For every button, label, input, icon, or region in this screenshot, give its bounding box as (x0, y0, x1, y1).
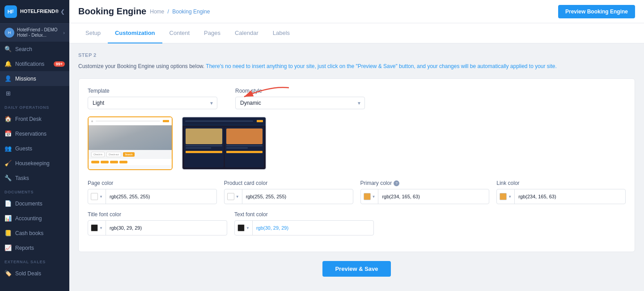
title-font-color-dropdown-icon: ▼ (99, 226, 103, 230)
sidebar-item-search[interactable]: 🔍 Search (0, 42, 69, 56)
product-card-color-swatch-wrap[interactable]: ▼ (225, 189, 242, 204)
section-daily-operations: DAILY OPERATIONS (0, 101, 69, 111)
missions-icon: 👤 (4, 75, 12, 82)
sidebar-item-guests[interactable]: 👥 Guests (0, 141, 69, 156)
tab-labels[interactable]: Labels (266, 23, 297, 43)
bell-icon: 🔔 (4, 60, 12, 67)
title-font-color-value[interactable] (106, 225, 227, 231)
breadcrumb-current: Booking Engine (172, 9, 210, 15)
link-color-group: Link color ▼ (496, 180, 626, 204)
product-card-color-group: Product card color ▼ (224, 180, 353, 204)
text-font-color-swatch-wrap[interactable]: ▼ (235, 221, 253, 235)
sidebar-item-front-desk[interactable]: 🏠 Front Desk (0, 111, 69, 126)
save-section: Preview & Save (78, 252, 635, 281)
avatar: H (4, 28, 14, 38)
text-font-color-group: Text font color ▼ (234, 211, 374, 235)
template-preview-light[interactable]: Check-in Check-out Search (88, 116, 173, 170)
text-font-color-input-row: ▼ (234, 220, 374, 235)
primary-color-label: Primary color ? (360, 180, 490, 186)
breadcrumb-home[interactable]: Home (150, 9, 164, 15)
template-select-wrapper: Light Dark ▼ (88, 97, 217, 109)
sidebar-item-reports[interactable]: 📈 Reports (0, 240, 69, 255)
sidebar-item-cash-books[interactable]: 📒 Cash books (0, 226, 69, 240)
primary-color-help-icon[interactable]: ? (394, 180, 399, 186)
tab-calendar[interactable]: Calendar (228, 23, 266, 43)
sidebar: HF HOTELFRIEND® ❮ H HotelFriend - DEMO H… (0, 0, 69, 291)
product-card-color-value[interactable] (242, 194, 353, 199)
page-color-swatch-wrap[interactable]: ▼ (88, 189, 106, 204)
text-font-color-label: Text font color (234, 211, 374, 218)
tab-setup[interactable]: Setup (78, 23, 108, 43)
title-font-color-input-row: ▼ (88, 220, 227, 235)
main-content: Booking Engine Home / Booking Engine Pre… (69, 0, 644, 291)
link-color-swatch-wrap[interactable]: ▼ (497, 189, 515, 204)
tab-customization[interactable]: Customization (108, 23, 162, 43)
preview-nav-dot (91, 120, 93, 122)
cash-books-icon: 📒 (4, 230, 12, 236)
notifications-badge: 99+ (54, 61, 65, 67)
sidebar-item-accounting[interactable]: 📊 Accounting (0, 211, 69, 226)
primary-color-swatch-wrap[interactable]: ▼ (361, 189, 379, 204)
product-card-color-swatch (227, 193, 234, 200)
sidebar-item-label: Reservations (15, 131, 47, 137)
room-style-label: Room style (235, 88, 365, 94)
product-card-color-input-row: ▼ (224, 189, 353, 204)
breadcrumb: Home / Booking Engine (150, 9, 210, 15)
primary-color-input-row: ▼ (360, 189, 490, 204)
sidebar-item-label: Notifications (15, 61, 44, 67)
housekeeping-icon: 🧹 (4, 160, 12, 167)
sidebar-item-label: Tasks (15, 175, 29, 181)
sidebar-item-reservations[interactable]: 📅 Reservations (0, 126, 69, 141)
sidebar-item-tasks[interactable]: 🔧 Tasks (0, 171, 69, 185)
title-font-color-swatch (91, 224, 98, 231)
tab-pages[interactable]: Pages (197, 23, 228, 43)
logo-icon: HF (4, 5, 17, 18)
sidebar-item-label: Search (15, 46, 32, 52)
sidebar-item-label: Housekeeping (15, 160, 50, 167)
page-color-swatch (91, 193, 98, 200)
step-label: STEP 2 (78, 52, 635, 58)
template-preview-dark[interactable] (182, 116, 267, 170)
preview-save-button[interactable]: Preview & Save (322, 261, 390, 277)
sidebar-item-missions[interactable]: 👤 Missions (0, 71, 69, 86)
template-label: Template (88, 88, 217, 94)
page-title: Booking Engine (78, 6, 146, 17)
sidebar-item-dashboard[interactable]: ⊞ (0, 86, 69, 101)
sidebar-item-housekeeping[interactable]: 🧹 Housekeeping (0, 156, 69, 171)
template-select[interactable]: Light Dark (88, 97, 217, 109)
sidebar-item-sold-deals[interactable]: 🏷️ Sold Deals (0, 266, 69, 281)
tab-content[interactable]: Content (162, 23, 197, 43)
title-font-color-group: Title font color ▼ (88, 211, 227, 235)
title-font-color-swatch-wrap[interactable]: ▼ (88, 221, 106, 235)
primary-color-value[interactable] (378, 194, 489, 199)
sidebar-item-documents[interactable]: 📄 Documents (0, 196, 69, 211)
sidebar-item-label: Sold Deals (15, 270, 41, 277)
room-style-select-wrapper: Dynamic Static ▼ (235, 97, 365, 109)
sidebar-collapse-icon[interactable]: ❮ (60, 9, 65, 15)
link-color-value[interactable] (515, 194, 625, 199)
page-color-label: Page color (88, 180, 217, 186)
content-area: STEP 2 Customize your Booking Engine usi… (69, 43, 644, 291)
preview-booking-engine-button[interactable]: Preview Booking Engine (558, 5, 635, 18)
sold-deals-icon: 🏷️ (4, 270, 12, 277)
text-font-color-value[interactable] (253, 225, 373, 231)
reservations-icon: 📅 (4, 130, 12, 137)
product-card-color-dropdown-icon: ▼ (236, 195, 239, 199)
sidebar-item-label: Cash books (15, 230, 43, 236)
text-font-color-swatch (237, 224, 245, 231)
guests-icon: 👥 (4, 145, 12, 152)
section-documents: DOCUMENTS (0, 185, 69, 196)
template-field-group: Template Light Dark ▼ (88, 88, 217, 109)
page-color-dropdown-icon: ▼ (99, 195, 103, 199)
hotel-selector[interactable]: H HotelFriend - DEMO Hotel - Delux... › (0, 24, 69, 42)
page-color-value[interactable] (106, 194, 216, 199)
room-style-select[interactable]: Dynamic Static (235, 97, 365, 109)
sidebar-logo: HF HOTELFRIEND® ❮ (0, 0, 69, 24)
topbar: Booking Engine Home / Booking Engine Pre… (69, 0, 644, 23)
room-style-field-group: Room style Dynamic Static ▼ (235, 88, 365, 109)
logo-text: HOTELFRIEND® (20, 9, 59, 14)
link-color-dropdown-icon: ▼ (508, 195, 512, 199)
sidebar-item-notifications[interactable]: 🔔 Notifications 99+ (0, 56, 69, 71)
tabs-bar: Setup Customization Content Pages Calend… (69, 23, 644, 43)
text-font-color-dropdown-icon: ▼ (246, 226, 250, 230)
